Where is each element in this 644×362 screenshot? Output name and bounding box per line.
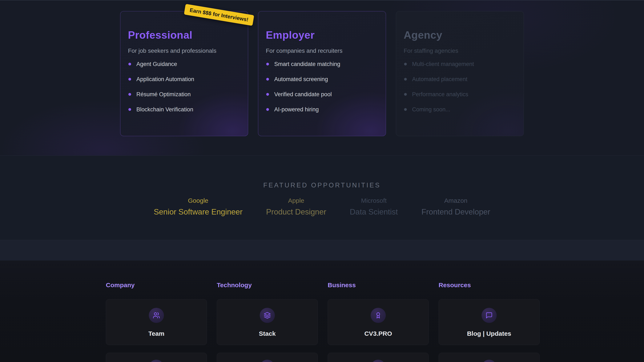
job-company: Apple	[266, 197, 326, 204]
icon-circle	[149, 360, 164, 362]
job-role: Data Scientist	[350, 207, 398, 216]
featured-jobs-row: Google Senior Software Engineer Apple Pr…	[0, 197, 644, 216]
plan-feature-list: Smart candidate matching Automated scree…	[266, 60, 378, 113]
plan-card-agency: Agency For staffing agencies Multi-clien…	[396, 11, 524, 136]
footer-column-company: Company Team	[106, 282, 207, 362]
job-item-microsoft[interactable]: Microsoft Data Scientist	[350, 197, 398, 216]
icon-circle	[260, 308, 275, 323]
footer-card-partial[interactable]	[438, 353, 540, 362]
plan-cards-row: Professional For job seekers and profess…	[0, 11, 644, 136]
job-role: Senior Software Engineer	[154, 207, 243, 216]
icon-circle	[260, 360, 275, 362]
plan-feature: Coming soon...	[404, 106, 516, 113]
plan-feature: Blockchain Verification	[128, 106, 240, 113]
icon-circle	[149, 308, 164, 323]
footer-card-label: Blog | Updates	[439, 330, 540, 337]
plan-feature: AI-powered hiring	[266, 106, 378, 113]
plan-card-employer[interactable]: Employer For companies and recruiters Sm…	[258, 11, 386, 136]
job-company: Google	[154, 197, 243, 204]
plan-feature: Automated screening	[266, 76, 378, 83]
footer-column-heading: Company	[106, 282, 207, 289]
icon-circle	[370, 308, 386, 323]
layers-icon	[264, 312, 271, 319]
icon-circle	[370, 360, 386, 362]
footer-column-business: Business CV3.PRO	[328, 282, 429, 362]
footer-column-technology: Technology Stack	[217, 282, 318, 362]
footer-card-partial[interactable]	[328, 353, 429, 362]
plan-card-professional[interactable]: Professional For job seekers and profess…	[120, 11, 248, 136]
job-item-google[interactable]: Google Senior Software Engineer	[154, 197, 243, 216]
job-item-apple[interactable]: Apple Product Designer	[266, 197, 326, 216]
job-role: Product Designer	[266, 207, 326, 216]
footer-column-heading: Business	[328, 282, 429, 289]
message-icon	[486, 312, 493, 319]
job-company: Amazon	[421, 197, 490, 204]
icon-circle	[482, 308, 497, 323]
plan-feature: Automated placement	[404, 76, 516, 83]
pricing-landing-page: Earn $$$ for Interviews! Professional Fo…	[0, 0, 644, 362]
footer-card-partial[interactable]	[106, 353, 207, 362]
plans-section: Earn $$$ for Interviews! Professional Fo…	[0, 0, 644, 156]
footer-card-blog[interactable]: Blog | Updates	[438, 299, 540, 345]
footer-card-partial[interactable]	[217, 353, 318, 362]
plan-subtitle: For companies and recruiters	[266, 47, 378, 54]
plan-feature: Application Automation	[128, 76, 240, 83]
plan-feature: Verified candidate pool	[266, 91, 378, 98]
featured-heading: FEATURED OPPORTUNITIES	[0, 181, 644, 189]
job-company: Microsoft	[350, 197, 398, 204]
icon-circle	[482, 360, 497, 362]
footer-column-resources: Resources Blog | Updates	[438, 282, 540, 362]
footer-column-heading: Technology	[217, 282, 318, 289]
job-item-amazon[interactable]: Amazon Frontend Developer	[421, 197, 490, 216]
footer-column-heading: Resources	[438, 282, 540, 289]
plan-feature: Performance analytics	[404, 91, 516, 98]
footer-inner: Company Team	[106, 261, 538, 362]
plan-title: Professional	[128, 29, 240, 41]
footer-card-label: Stack	[217, 330, 318, 337]
plan-subtitle: For staffing agencies	[404, 47, 516, 54]
footer-card-label: Team	[106, 330, 207, 337]
plan-feature: Smart candidate matching	[266, 60, 378, 68]
plan-feature: Agent Guidance	[128, 60, 240, 68]
plan-feature-list: Multi-client management Automated placem…	[404, 60, 516, 113]
featured-opportunities-section: FEATURED OPPORTUNITIES Google Senior Sof…	[0, 156, 644, 240]
footer-card-stack[interactable]: Stack	[217, 299, 318, 345]
footer-card-label: CV3.PRO	[328, 330, 428, 337]
plan-title: Employer	[266, 29, 378, 41]
award-icon	[374, 312, 382, 319]
section-spacer-band	[0, 240, 644, 261]
plan-title: Agency	[404, 29, 516, 41]
plan-feature: Multi-client management	[404, 60, 516, 68]
footer-card-cv3pro[interactable]: CV3.PRO	[328, 299, 429, 345]
job-role: Frontend Developer	[421, 207, 490, 216]
plan-subtitle: For job seekers and professionals	[128, 47, 240, 54]
footer-card-team[interactable]: Team	[106, 299, 207, 345]
plan-feature-list: Agent Guidance Application Automation Ré…	[128, 60, 240, 113]
users-icon	[153, 312, 160, 319]
footer-section: Company Team	[0, 261, 644, 362]
footer-columns: Company Team	[106, 282, 538, 362]
plan-feature: Résumé Optimization	[128, 91, 240, 98]
